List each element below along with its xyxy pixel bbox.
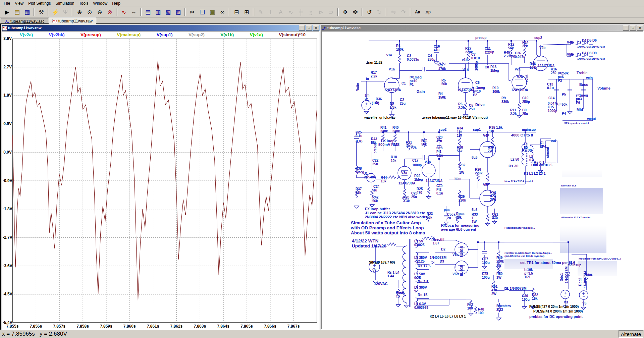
plot-area[interactable]: 3.6V2.7V1.8V0.9V0.0V-0.9V-1.8V-2.7V-3.6V… [2,38,319,329]
potentiometer-models-text [504,231,553,249]
menu-item-help[interactable]: Help [110,1,123,6]
spice-directive-icon[interactable]: .op [423,7,432,17]
schematic-label: C5 25u [469,104,475,111]
legend-trace[interactable]: V(v2a) [20,32,33,37]
cut-icon[interactable]: ✂ [187,7,197,17]
schematic-label: R42 56k [372,196,378,203]
print-icon[interactable]: ⊟ [232,7,241,17]
zoom-full-extents-icon[interactable]: ⊗ [105,7,114,17]
schematic-label: R34 10k 1W [457,127,463,137]
legend-trace[interactable]: V(v2bk) [49,32,65,37]
text-icon[interactable]: Aa [413,7,422,17]
legend-trace[interactable]: V(v1b) [220,32,234,37]
schematic-label: 4000 CT to 8 [511,133,533,137]
cascade-icon[interactable]: ▧ [163,7,173,17]
epicemod-model-text [578,262,617,276]
schematic-label: simout [546,147,550,158]
schematic-label: C27 100u [482,258,490,265]
schematic-label: 1N4007SM 1N4007SM [577,58,605,61]
schematic-label: V3b [425,161,431,164]
legend-trace[interactable]: V(mainsup) [117,32,141,37]
schematic-label: C29 100u [522,294,530,302]
drag-icon[interactable]: ✜ [351,7,360,17]
schematic-window-titlebar[interactable]: tubeamp11wav.asc _ □ ✕ [321,25,644,31]
schematic-label: PULSE(427 0 20m 1m 1m 1000) [529,305,579,309]
menu-item-plot-settings[interactable]: Plot Settings [26,1,53,6]
menu-item-window[interactable]: Window [91,1,110,6]
schematic-label: (LV) [356,139,363,144]
schematic-label: 1000p [412,164,422,167]
tile-vertical-icon[interactable]: ▥ [153,7,163,17]
x-axis-tick-label: 7.857s [52,324,67,329]
undo-icon[interactable]: ↺ [365,7,374,17]
schematic-label: R4 150k [438,92,446,100]
schematic-label: presup [475,36,486,40]
zoom-out-icon[interactable]: ⊖ [95,7,104,17]
legend-trace[interactable]: V(sup2) [189,32,205,37]
toolbar-separator [337,8,339,16]
print-preview-icon[interactable]: ⊞ [242,7,251,17]
schematic-label: wavefile=grlick.wav [364,116,395,120]
legend-trace[interactable]: V(presup) [80,32,101,37]
toolbar-separator [48,8,49,16]
schematic-label: PULSE(41 0 200m 1m 1m 1000) [533,310,583,314]
schematic-label: Drive [475,103,485,107]
control-panel-icon[interactable]: ⚒ [37,7,46,17]
schematic-label: .wave tubeamp11.wav 16 44.1K V(simout) [422,116,488,120]
move-icon[interactable]: ✥ [340,7,350,17]
minimize-button[interactable]: _ [623,25,629,31]
maximize-button[interactable]: □ [630,25,636,31]
run-icon[interactable]: ▶ [2,7,12,17]
schematic-label: Mid [577,108,583,112]
schematic-label: R41 330k [380,126,388,133]
schematic-label: L3 0.4 [529,155,534,162]
schematic-canvas[interactable]: .tran 11.62R1 150kC16 47upresupR27 220kC… [321,31,644,330]
save-icon[interactable]: ▦ [22,7,32,17]
new-window-icon[interactable]: ▨ [173,7,183,17]
legend-trace[interactable]: V(simout)*10 [279,32,305,37]
waveform-plot[interactable] [12,39,317,323]
autorange-icon[interactable]: ⇔ [129,7,139,17]
close-button[interactable]: ✕ [313,25,319,31]
menu-item-file[interactable]: File [1,1,12,6]
schematic-label: V1 [365,98,369,102]
menu-item-tools[interactable]: Tools [77,1,91,6]
tile-horizontal-icon[interactable]: ▤ [143,7,153,17]
schematic-label: K2 L4 L5 L6 L7 L8 L9 1 [430,315,466,319]
copy-icon[interactable]: ❏ [198,7,207,17]
schematic-window: tubeamp11wav.asc _ □ ✕ .tran 11.62R1 150… [320,24,644,331]
close-button[interactable]: ✕ [637,25,643,31]
capacitor-icon: ╪ [296,7,306,17]
schematic-label: R5 56k [441,79,447,86]
y-axis-tick-label: -0.9V [3,178,12,183]
schematic-label: SP4 speaker model [564,122,589,125]
schematic-label: 6L6 [472,156,477,160]
toolbar-separator [34,8,35,16]
menu-item-simulation[interactable]: Simulation [53,1,77,6]
waveform-window-titlebar[interactable]: tubeamp11wav.raw _ □ ✕ [2,25,320,31]
schematic-label: R28 56k [457,146,463,153]
menu-item-view[interactable]: View [12,1,26,6]
schematic-label: C25 0.1u [356,131,362,138]
paste-icon[interactable]: ▣ [208,7,217,17]
run-simulation-icon[interactable]: ⚡ [51,7,60,17]
legend-trace[interactable]: V(v1a) [250,32,263,37]
label-net-icon: A [276,7,285,17]
minimize-button[interactable]: _ [299,25,305,31]
schematic-label: v3a [411,146,417,150]
schematic-label: D2 [441,248,445,251]
plot-settings-icon[interactable]: ∿ [119,7,128,17]
toolbar-separator [362,8,363,16]
legend-trace[interactable]: V(sup1) [157,32,173,37]
rectifier-models-text [504,260,553,269]
x-axis-tick-label: 7.864s [216,324,231,329]
maximize-button[interactable]: □ [306,25,312,31]
zoom-in-icon[interactable]: ⊕ [75,7,84,17]
open-icon[interactable]: ▤ [12,7,22,17]
find-icon[interactable]: ∞ [218,7,227,17]
tab-waveform[interactable]: tubeamp11wav.raw [49,17,96,24]
zoom-area-icon[interactable]: ⊙ [85,7,94,17]
schematic-label: R48 100 [478,308,484,315]
schematic-label: rectifier models from Duncan Amps... (mo… [504,252,552,258]
schematic-label: C14 [548,97,554,100]
